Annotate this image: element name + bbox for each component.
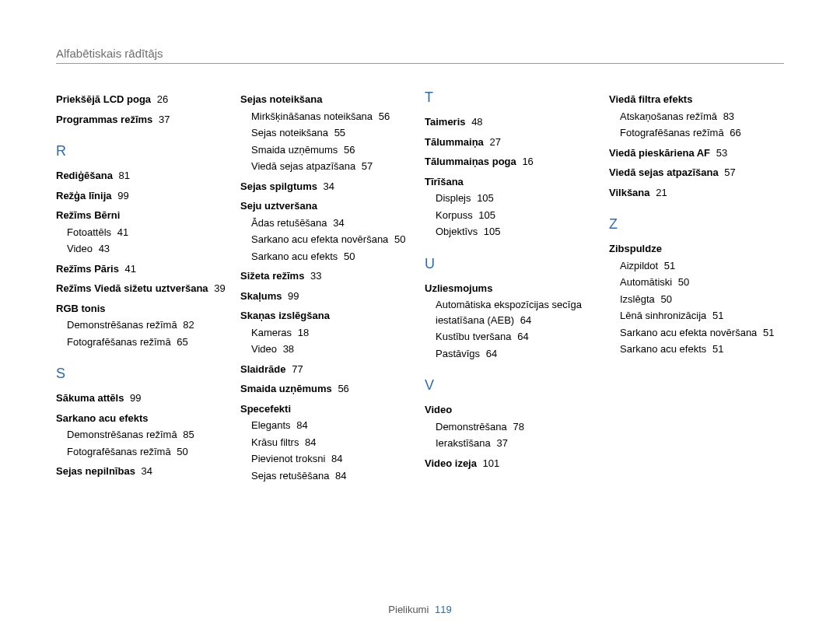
index-entry[interactable]: Sarkano acu efekts xyxy=(56,411,231,426)
index-subentry[interactable]: Aizpildot 51 xyxy=(609,258,784,274)
index-entry[interactable]: Smaida uzņēmums 56 xyxy=(240,381,415,397)
index-entry[interactable]: Sejas noteikšana xyxy=(240,92,415,107)
index-subentry[interactable]: Fotografēšanas režīmā 66 xyxy=(609,125,784,141)
index-entry[interactable]: Uzliesmojums xyxy=(425,281,600,296)
index-subentry[interactable]: Krāsu filtrs 84 xyxy=(240,435,415,450)
index-entry[interactable]: Režģa līnija 99 xyxy=(56,188,231,204)
index-subentry[interactable]: Fotografēšanas režīmā 50 xyxy=(56,444,231,460)
index-subentry[interactable]: Demonstrēšanas režīmā 82 xyxy=(56,317,231,333)
index-entry[interactable]: Video izeja 101 xyxy=(425,456,600,471)
index-subentry-page: 105 xyxy=(478,209,495,221)
index-subentry[interactable]: Displejs 105 xyxy=(425,191,600,206)
index-subentry[interactable]: Pastāvīgs 64 xyxy=(425,346,600,362)
index-entry[interactable]: Tālummaiņas poga 16 xyxy=(425,154,600,170)
index-entry-page: 39 xyxy=(214,282,225,294)
index-entry-page: 48 xyxy=(471,116,482,128)
index-entry-label: Priekšējā LCD poga xyxy=(56,93,151,105)
index-subentry[interactable]: Demonstrēšana 78 xyxy=(425,419,600,435)
index-entry-label: Sejas noteikšana xyxy=(240,93,323,105)
index-subentry-page: 51 xyxy=(712,343,723,355)
index-subentry[interactable]: Korpuss 105 xyxy=(425,208,600,223)
index-subentry[interactable]: Smaida uzņēmums 56 xyxy=(240,142,415,158)
index-entry[interactable]: Skaņas izslēgšana xyxy=(240,308,415,324)
index-entry[interactable]: Video xyxy=(425,402,600,418)
index-entry-label: Viedā filtra efekts xyxy=(609,93,692,105)
index-entry-label: Specefekti xyxy=(240,403,291,415)
index-subentry[interactable]: Lēnā sinhronizācija 51 xyxy=(609,308,784,324)
index-subentry[interactable]: Sarkano acu efekta novēršana 50 xyxy=(240,232,415,247)
index-subentry[interactable]: Fotoattēls 41 xyxy=(56,225,231,240)
index-subentry-page: 50 xyxy=(394,233,405,245)
index-subentry-label: Pastāvīgs xyxy=(436,348,480,359)
index-subentry[interactable]: Mirkšķināšanas noteikšana 56 xyxy=(240,109,415,124)
index-subentry[interactable]: Sarkano acu efekts 50 xyxy=(240,249,415,264)
index-entry-label: Tīrīšana xyxy=(425,176,464,187)
index-subentry-label: Sarkano acu efekta novēršana xyxy=(251,233,388,245)
index-subentry-label: Sarkano acu efekta novēršana xyxy=(620,327,757,338)
index-subentry-page: 84 xyxy=(296,419,307,431)
index-subentry[interactable]: Elegants 84 xyxy=(240,418,415,433)
index-entry[interactable]: Vilkšana 21 xyxy=(609,185,784,201)
index-entry[interactable]: Rediģēšana 81 xyxy=(56,168,231,184)
index-subentry[interactable]: Objektīvs 105 xyxy=(425,224,600,240)
index-entry-label: Sarkano acu efekts xyxy=(56,412,149,424)
index-subentry-label: Korpuss xyxy=(436,209,473,221)
index-entry[interactable]: Sižeta režīms 33 xyxy=(240,268,415,284)
index-entry-label: Taimeris xyxy=(425,116,466,128)
index-subentry-label: Elegants xyxy=(251,419,291,431)
index-subentry[interactable]: Video 38 xyxy=(240,342,415,357)
index-entry[interactable]: Priekšējā LCD poga 26 xyxy=(56,92,231,107)
index-letter-heading: R xyxy=(56,141,231,162)
index-entry[interactable]: Tālummaiņa 27 xyxy=(425,135,600,150)
index-entry[interactable]: Skaļums 99 xyxy=(240,289,415,304)
index-subentry[interactable]: Pievienot troksni 84 xyxy=(240,451,415,467)
index-subentry[interactable]: Fotografēšanas režīmā 65 xyxy=(56,335,231,350)
index-entry[interactable]: Taimeris 48 xyxy=(425,114,600,130)
index-entry[interactable]: Režīms Bērni xyxy=(56,208,231,223)
index-entry-label: Sejas spilgtums xyxy=(240,180,317,192)
index-entry[interactable]: Specefekti xyxy=(240,401,415,417)
index-subentry-label: Fotografēšanas režīmā xyxy=(620,127,724,138)
index-entry[interactable]: Tīrīšana xyxy=(425,174,600,190)
index-subentry-page: 64 xyxy=(520,314,531,326)
index-entry-label: Tālummaiņas poga xyxy=(425,156,516,167)
index-entry[interactable]: Viedā sejas atpazīšana 57 xyxy=(609,165,784,180)
index-entry[interactable]: Režīms Viedā sižetu uztveršana 39 xyxy=(56,281,231,296)
index-entry[interactable]: Režīms Pāris 41 xyxy=(56,261,231,277)
footer-label: Pielikumi xyxy=(388,604,429,615)
index-entry-label: Sižeta režīms xyxy=(240,270,304,282)
index-entry[interactable]: Slaidrāde 77 xyxy=(240,362,415,377)
index-subentry[interactable]: Sarkano acu efekta novēršana 51 xyxy=(609,325,784,341)
index-entry[interactable]: Programmas režīms 37 xyxy=(56,112,231,128)
index-entry[interactable]: Viedā pieskāriena AF 53 xyxy=(609,145,784,161)
index-entry[interactable]: RGB tonis xyxy=(56,301,231,317)
index-subentry[interactable]: Ierakstīšana 37 xyxy=(425,436,600,451)
index-entry[interactable]: Viedā filtra efekts xyxy=(609,92,784,107)
index-entry-page: 34 xyxy=(142,465,152,477)
index-entry[interactable]: Zibspuldze xyxy=(609,241,784,257)
index-subentry-label: Video xyxy=(67,243,93,254)
index-subentry[interactable]: Kustību tveršana 64 xyxy=(425,329,600,345)
index-subentry[interactable]: Demonstrēšanas režīmā 85 xyxy=(56,427,231,443)
index-entry[interactable]: Seju uztveršana xyxy=(240,198,415,214)
index-entry[interactable]: Sākuma attēls 99 xyxy=(56,391,231,406)
index-subentry-page: 55 xyxy=(334,127,345,138)
index-subentry[interactable]: Viedā sejas atpazīšana 57 xyxy=(240,159,415,174)
index-subentry[interactable]: Video 43 xyxy=(56,241,231,257)
index-subentry[interactable]: Atskaņošanas režīmā 83 xyxy=(609,109,784,124)
index-subentry-page: 84 xyxy=(331,453,342,464)
index-entry[interactable]: Sejas nepilnības 34 xyxy=(56,464,231,479)
index-subentry[interactable]: Automātiski 50 xyxy=(609,275,784,290)
index-subentry[interactable]: Ādas retušēšana 34 xyxy=(240,215,415,231)
index-subentry[interactable]: Kameras 18 xyxy=(240,325,415,341)
index-subentry[interactable]: Sarkano acu efekts 51 xyxy=(609,342,784,357)
index-entry[interactable]: Sejas spilgtums 34 xyxy=(240,179,415,194)
index-subentry[interactable]: Sejas retušēšana 84 xyxy=(240,468,415,484)
index-entry-label: RGB tonis xyxy=(56,303,106,314)
index-subentry[interactable]: Izslēgta 50 xyxy=(609,292,784,307)
index-subentry-label: Automātiski xyxy=(620,276,672,288)
index-entry-label: Sejas nepilnības xyxy=(56,465,135,477)
index-subentry[interactable]: Sejas noteikšana 55 xyxy=(240,125,415,141)
index-subentry[interactable]: Automātiska ekspozīcijas secīga iestatīš… xyxy=(425,297,600,328)
index-subentry-label: Fotografēšanas režīmā xyxy=(67,446,171,457)
